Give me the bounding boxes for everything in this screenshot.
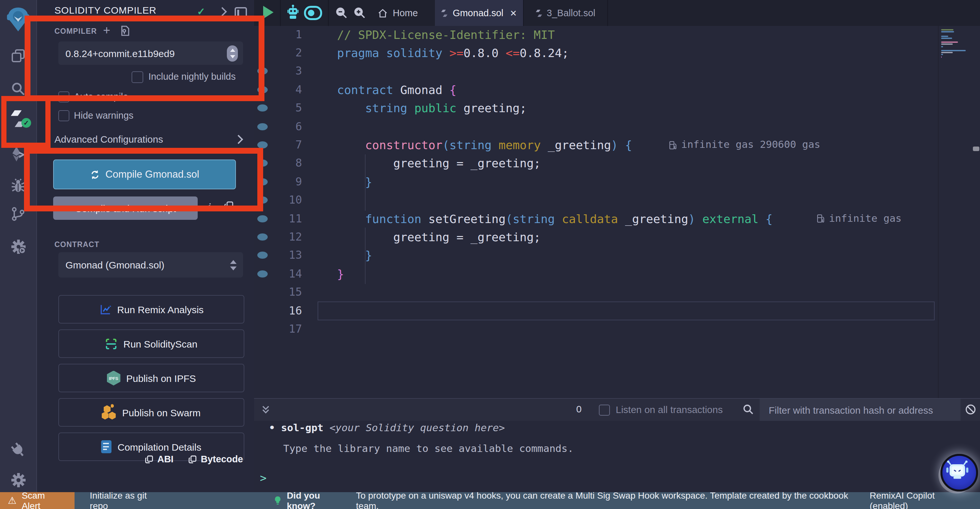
solidity-compiler-icon[interactable]: ✓	[0, 109, 36, 128]
publish-ipfs-button[interactable]: IPFS Publish on IPFS	[58, 364, 244, 392]
minimap-line	[941, 35, 948, 37]
line-number: 17	[270, 320, 302, 338]
run-solidityscan-button[interactable]: Run SolidityScan	[58, 329, 244, 358]
file-explorer-icon[interactable]	[0, 48, 36, 64]
settings-icon[interactable]	[0, 472, 36, 488]
publish-swarm-button[interactable]: Publish on Swarm	[58, 398, 244, 427]
code-editor[interactable]: 1// SPDX-License-Identifier: MIT2pragma …	[254, 26, 980, 398]
remixai-copilot-button[interactable]	[940, 454, 978, 491]
terminal-prompt: >	[260, 471, 267, 484]
transaction-filter-input[interactable]: Filter with transaction hash or address	[760, 399, 961, 421]
tab-home[interactable]: Home	[371, 0, 424, 26]
tab-gmonad[interactable]: Gmonad.sol ✕	[435, 0, 523, 26]
code-line-14: 14}	[254, 265, 980, 283]
gutter-dot-icon	[257, 233, 268, 241]
compiled-check-icon: ✓	[197, 6, 205, 18]
run-script-play-button[interactable]	[263, 6, 274, 19]
copilot-status-label: RemixAI Copilot (enabled)	[870, 490, 935, 509]
gutter-dot-icon	[257, 123, 268, 130]
tab-ballot-label: 3_Ballot.sol	[547, 8, 595, 18]
run-remix-analysis-label: Run Remix Analysis	[117, 304, 204, 315]
select-arrows-icon	[230, 259, 237, 271]
code-text: function setGreeting(string calldata _gr…	[337, 209, 773, 228]
line-number: 4	[270, 80, 302, 99]
zoom-out-icon[interactable]	[334, 6, 349, 23]
editor-tabbar: Home Gmonad.sol ✕ 3_Ballot.sol	[254, 0, 980, 26]
minimap-line	[941, 56, 942, 57]
tab-close-icon[interactable]: ✕	[510, 8, 517, 18]
debugger-icon[interactable]	[0, 178, 36, 193]
did-you-know-text: To prototype on a uniswap v4 hooks, you …	[356, 490, 870, 509]
init-git-repo-label: Initialize as git repo	[90, 490, 147, 509]
code-text: greeting = _greeting;	[337, 154, 541, 173]
publish-ipfs-label: Publish on IPFS	[126, 372, 196, 383]
code-text: }	[337, 246, 372, 265]
terminal-search-icon[interactable]	[742, 403, 754, 418]
code-line-7: 7 constructor(string memory _greeting) {…	[254, 136, 980, 154]
tab-home-label: Home	[393, 8, 418, 18]
run-solidityscan-label: Run SolidityScan	[124, 338, 197, 349]
auto-compile-checkbox[interactable]	[58, 91, 69, 102]
init-git-repo-button[interactable]: Initialize as git repo	[90, 490, 167, 509]
tab-ballot[interactable]: 3_Ballot.sol	[523, 0, 607, 26]
code-line-11: 11 function setGreeting(string calldata …	[254, 209, 980, 228]
side-panel-solidity-compiler: SOLIDITY COMPILER ✓ COMPILER + 0.8.24+co…	[37, 0, 254, 492]
code-line-15: 15	[254, 283, 980, 302]
indent-guide	[365, 228, 366, 284]
minimap-line	[941, 38, 952, 39]
copy-abi-button[interactable]: ABI	[144, 454, 173, 464]
advanced-chevron-icon[interactable]	[235, 136, 242, 143]
line-number: 3	[270, 62, 302, 81]
line-number: 16	[270, 301, 302, 320]
unit-testing-icon[interactable]	[0, 239, 36, 254]
ai-assistant-robot-icon[interactable]	[286, 5, 299, 23]
compiler-file-icon[interactable]	[120, 25, 130, 39]
advanced-configurations-toggle[interactable]: Advanced Configurations	[54, 134, 163, 145]
deploy-run-icon[interactable]	[0, 146, 36, 161]
code-line-10: 10	[254, 191, 980, 209]
compile-success-badge: ✓	[21, 118, 31, 128]
info-icon[interactable]: i	[208, 201, 211, 213]
zoom-in-icon[interactable]	[353, 6, 367, 23]
scrollbar-thumb[interactable]	[973, 147, 979, 151]
scam-alert-button[interactable]: ⚠ Scam Alert	[0, 492, 74, 509]
code-line-17: 17	[254, 320, 980, 338]
line-number: 10	[270, 191, 302, 209]
expand-terminal-icon[interactable]	[261, 404, 271, 418]
contract-section-label: CONTRACT	[54, 241, 100, 248]
panel-title: SOLIDITY COMPILER	[54, 5, 156, 16]
compile-and-run-button[interactable]: Compile and Run script	[53, 196, 198, 220]
line-number: 12	[270, 228, 302, 246]
bytecode-label: Bytecode	[200, 454, 243, 464]
run-remix-analysis-button[interactable]: Run Remix Analysis	[58, 295, 244, 324]
pin-panel-icon[interactable]	[235, 7, 247, 19]
filter-placeholder: Filter with transaction hash or address	[760, 404, 933, 415]
copilot-status[interactable]: RemixAI Copilot (enabled)	[870, 490, 975, 509]
hide-warnings-checkbox[interactable]	[58, 110, 69, 121]
copy-script-icon[interactable]	[224, 200, 234, 214]
copilot-toggle-icon[interactable]	[304, 6, 322, 23]
contract-select[interactable]: Gmonad (Gmonad.sol)	[58, 252, 243, 278]
gutter-dot-icon	[257, 196, 268, 204]
remix-logo[interactable]	[0, 5, 36, 34]
did-you-know: Did you know? To prototype on a uniswap …	[273, 490, 870, 509]
search-icon[interactable]	[0, 81, 36, 97]
add-compiler-icon[interactable]: +	[103, 23, 110, 38]
panel-expand-icon[interactable]	[219, 8, 226, 15]
listen-transactions-checkbox[interactable]	[599, 405, 610, 416]
minimap-line	[941, 31, 954, 32]
code-line-2: 2pragma solidity >=0.8.0 <=0.8.24;	[254, 43, 980, 62]
compile-button[interactable]: Compile Gmonad.sol	[53, 160, 236, 189]
compiler-section-label: COMPILER	[54, 27, 97, 35]
editor-minimap[interactable]	[938, 26, 973, 398]
editor-scrollbar[interactable]	[972, 26, 980, 398]
copy-bytecode-button[interactable]: Bytecode	[188, 454, 243, 464]
clear-console-icon[interactable]	[964, 403, 977, 418]
compiler-version-select[interactable]: 0.8.24+commit.e11b9ed9	[58, 41, 243, 65]
current-line-highlight	[318, 301, 935, 320]
plugin-manager-icon[interactable]	[0, 441, 36, 459]
include-nightly-checkbox[interactable]	[132, 71, 143, 83]
source-control-icon[interactable]	[0, 206, 36, 222]
terminal-help-line2: Type the library name to see available c…	[283, 443, 574, 455]
warning-icon: ⚠	[8, 495, 16, 506]
